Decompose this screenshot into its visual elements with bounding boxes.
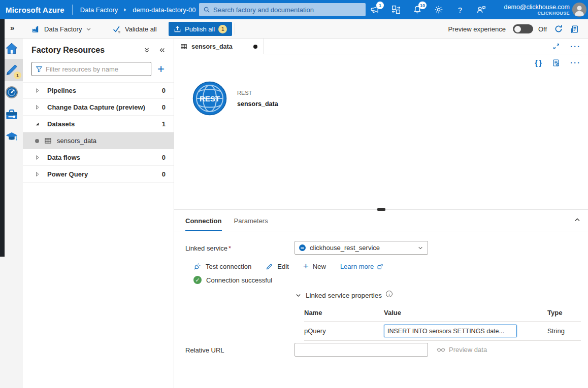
tab-parameters[interactable]: Parameters (234, 217, 268, 231)
refresh-button[interactable] (554, 24, 563, 33)
linked-service-properties-toggle[interactable]: Linked service properties i (295, 292, 393, 299)
test-connection-button[interactable]: Test connection (193, 262, 251, 270)
dataset-table-icon (180, 43, 187, 50)
tree-item-sensors-data[interactable]: sensors_data (23, 132, 174, 149)
chevron-down-icon (417, 245, 423, 251)
plug-icon (193, 262, 202, 270)
feedback-button[interactable] (476, 5, 486, 15)
new-label: New (313, 263, 326, 270)
properties-button[interactable] (552, 59, 560, 67)
code-view-button[interactable]: { } (535, 59, 542, 67)
configuration-panel: Connection Parameters Linked service* cl… (174, 209, 588, 388)
avatar[interactable] (572, 3, 586, 17)
edit-button[interactable]: Edit (266, 263, 288, 270)
pquery-value-input[interactable] (384, 325, 517, 337)
connection-status-label: Connection successful (206, 276, 272, 284)
collapse-panel-button[interactable] (158, 47, 166, 54)
svg-text:REST: REST (200, 94, 220, 103)
linked-service-dropdown[interactable]: clickhouse_rest_service (295, 241, 428, 255)
azure-brand[interactable]: Microsoft Azure (0, 6, 64, 14)
help-button[interactable]: ? (455, 5, 465, 15)
tree-item-label: sensors_data (57, 137, 166, 145)
search-input[interactable] (213, 6, 362, 14)
global-search[interactable] (199, 3, 366, 16)
panel-collapse-button[interactable] (574, 216, 581, 223)
col-name: Name (304, 309, 384, 316)
resources-tree: Pipelines 0 Change Data Capture (preview… (23, 82, 174, 183)
tab-connection[interactable]: Connection (185, 217, 222, 231)
properties-table: Name Value Type pQuery String (304, 304, 581, 341)
linked-service-icon (299, 244, 306, 251)
tree-item-pipelines[interactable]: Pipelines 0 (23, 82, 174, 99)
collapse-all-button[interactable] (143, 47, 150, 54)
account-email: demo@clickhouse.com (504, 4, 570, 11)
filter-resources-input[interactable] (46, 65, 147, 73)
breadcrumb-app[interactable]: Data Factory (80, 6, 118, 14)
relative-url-input[interactable] (295, 343, 428, 357)
feedback-icon (477, 5, 486, 14)
tree-item-change-data-capture[interactable]: Change Data Capture (preview) 0 (23, 99, 174, 116)
unsaved-changes-dot (253, 45, 257, 49)
learn-more-label: Learn more (340, 263, 374, 270)
tree-item-label: Power Query (47, 170, 162, 178)
double-chevron-left-icon (158, 47, 166, 54)
tree-item-count: 0 (162, 170, 166, 178)
filter-icon (36, 65, 43, 73)
tab-sensors-data[interactable]: sensors_data (174, 39, 264, 54)
preview-experience-label: Preview experience (448, 25, 505, 33)
tree-item-count: 0 (162, 103, 166, 111)
preview-experience-toggle[interactable] (513, 24, 533, 33)
publish-all-button[interactable]: Publish all 1 (169, 22, 232, 36)
publish-icon (174, 25, 181, 33)
account-info[interactable]: demo@clickhouse.com CLICKHOUSE (504, 0, 570, 19)
validate-all-button[interactable]: Validate all (113, 19, 157, 39)
relative-url-label: Relative URL (185, 346, 224, 354)
learn-more-link[interactable]: Learn more (340, 263, 383, 270)
dataset-canvas: sensors_data ··· { } ··· REST (174, 39, 588, 209)
table-row-pquery: pQuery String (304, 322, 581, 341)
factory-menu[interactable]: Data Factory (31, 19, 91, 39)
success-check-icon: ✓ (193, 276, 202, 284)
linked-service-properties-title: Linked service properties (306, 292, 382, 299)
breadcrumb-factory[interactable]: demo-data-factory-00 (133, 6, 195, 14)
plus-icon: + (303, 263, 309, 270)
col-type: Type (547, 309, 581, 316)
dataset-table-icon (44, 137, 52, 145)
filter-resources-field[interactable] (31, 62, 151, 76)
validate-all-label: Validate all (125, 25, 157, 33)
expand-canvas-button[interactable] (552, 43, 560, 50)
tree-item-count: 0 (162, 154, 166, 161)
arm-template-button[interactable] (570, 25, 579, 33)
tree-item-label: Pipelines (47, 87, 162, 94)
notifications-button[interactable]: 10 (412, 5, 422, 15)
test-connection-label: Test connection (206, 263, 251, 270)
tree-item-datasets[interactable]: Datasets 1 (23, 116, 174, 132)
canvas-more-button[interactable]: ··· (570, 60, 581, 65)
announcements-button[interactable]: 1 (370, 5, 380, 15)
settings-button[interactable] (434, 5, 444, 15)
chevron-down-icon (86, 26, 91, 32)
help-icon: ? (458, 6, 462, 14)
tab-label: sensors_data (191, 43, 249, 50)
properties-table-header: Name Value Type (304, 304, 581, 322)
dataset-card[interactable]: REST REST sensors_data (192, 81, 278, 116)
tree-item-count: 0 (162, 87, 166, 94)
linked-service-value: clickhouse_rest_service (310, 244, 413, 252)
linked-service-label: Linked service* (185, 244, 231, 252)
factory-resources-panel: Factory Resources + Pipelines 0 Change D… (23, 39, 174, 388)
canvas-toolbar: { } ··· (174, 54, 588, 72)
rail-expand-button[interactable]: » (10, 23, 14, 32)
switch-view-button[interactable] (391, 5, 401, 15)
property-name: pQuery (304, 327, 384, 335)
panel-resize-handle[interactable] (377, 208, 385, 211)
tree-item-power-query[interactable]: Power Query 0 (23, 166, 174, 183)
add-resource-button[interactable]: + (156, 64, 166, 74)
col-value: Value (384, 309, 547, 316)
swap-icon (391, 5, 401, 14)
new-button[interactable]: + New (303, 263, 326, 270)
topbar-divider (72, 5, 73, 15)
graduation-cap-icon (5, 130, 18, 144)
preview-data-button[interactable]: Preview data (437, 345, 487, 354)
tab-more-button[interactable]: ··· (570, 44, 581, 49)
tree-item-data-flows[interactable]: Data flows 0 (23, 149, 174, 166)
